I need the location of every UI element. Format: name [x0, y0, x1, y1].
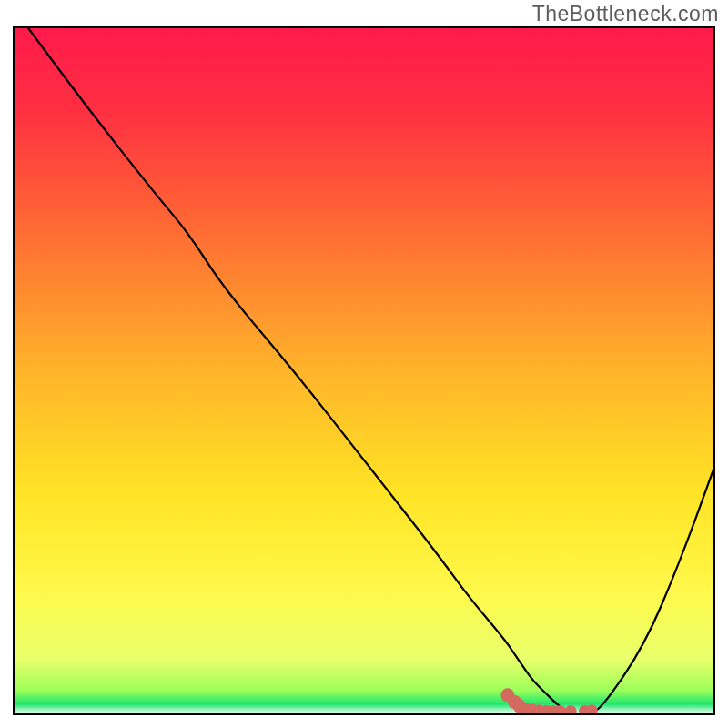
data-marker: [554, 705, 566, 717]
chart-svg: [0, 0, 728, 728]
watermark-text: TheBottleneck.com: [532, 2, 719, 26]
gradient-background: [14, 27, 714, 714]
data-marker: [565, 705, 577, 717]
chart-stage: TheBottleneck.com: [0, 0, 728, 728]
